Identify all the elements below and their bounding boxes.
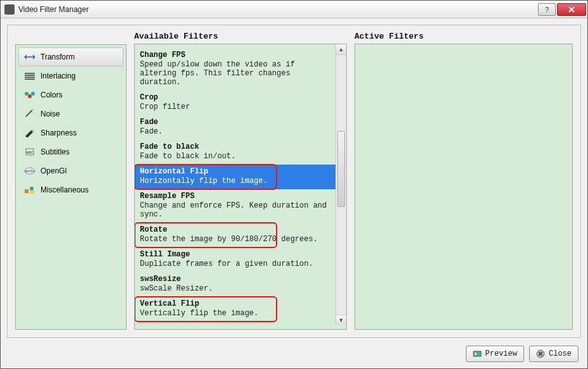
preview-label: Preview bbox=[485, 349, 517, 358]
categories-list: TransformInterlacingColorsNoiseSharpness… bbox=[16, 45, 126, 202]
available-panel: Change FPSSpeed up/slow down the video a… bbox=[134, 44, 347, 330]
titlebar: Video Filter Manager ? bbox=[1, 1, 587, 18]
wand-icon bbox=[24, 109, 35, 119]
filter-item[interactable]: Resample FPSChange and enforce FPS. Keep… bbox=[135, 189, 335, 223]
arrows-h-icon bbox=[24, 52, 35, 62]
pen-icon bbox=[24, 128, 35, 138]
sidebar-item-label: Transform bbox=[41, 53, 75, 61]
filter-item[interactable]: Horizontal FlipHorizontally flip the ima… bbox=[135, 165, 335, 189]
active-header: Active Filters bbox=[354, 32, 573, 41]
filter-name: Rotate bbox=[140, 225, 330, 234]
palette-icon bbox=[24, 90, 35, 100]
sidebar-item-subtitles[interactable]: ABCSubtitles bbox=[18, 142, 123, 161]
filter-name: Vertical Flip bbox=[140, 299, 330, 308]
filter-name: Change FPS bbox=[140, 51, 330, 59]
filter-name: Resample FPS bbox=[140, 192, 330, 201]
svg-point-2 bbox=[31, 92, 35, 96]
close-button[interactable]: Close bbox=[529, 346, 579, 362]
filter-desc: Vertically flip the image. bbox=[140, 309, 330, 318]
available-wrap: Change FPSSpeed up/slow down the video a… bbox=[135, 44, 346, 325]
filter-item[interactable]: swsResizeswScale Resizer. bbox=[135, 272, 335, 297]
main-frame: TransformInterlacingColorsNoiseSharpness… bbox=[7, 25, 581, 338]
filter-desc: Change and enforce FPS. Keep duration an… bbox=[140, 201, 330, 219]
shapes-icon bbox=[24, 185, 35, 195]
available-filter-list[interactable]: Change FPSSpeed up/slow down the video a… bbox=[135, 44, 335, 325]
available-column: Available Filters Change FPSSpeed up/slo… bbox=[134, 32, 347, 330]
filter-item[interactable]: Still ImageDuplicate frames for a given … bbox=[135, 247, 335, 272]
filter-item[interactable]: Fade to blackFade to black in/out. bbox=[135, 140, 335, 165]
sidebar-item-label: Subtitles bbox=[41, 147, 70, 156]
filter-item[interactable]: Vertical FlipVertically flip the image. bbox=[135, 297, 335, 322]
scroll-down-button[interactable]: ▼ bbox=[336, 315, 346, 325]
sidebar-item-colors[interactable]: Colors bbox=[18, 85, 123, 104]
scroll-track[interactable] bbox=[336, 55, 346, 315]
sidebar-item-label: Colors bbox=[41, 91, 63, 99]
preview-icon bbox=[473, 349, 482, 358]
filter-name: Fade bbox=[140, 118, 330, 127]
svg-point-1 bbox=[28, 94, 32, 98]
filter-desc: Fade. bbox=[140, 127, 330, 136]
sidebar-item-label: Sharpness bbox=[41, 128, 77, 137]
filter-item[interactable]: CropCrop filter bbox=[135, 91, 335, 115]
available-header: Available Filters bbox=[134, 32, 347, 41]
sidebar-item-label: OpenGl bbox=[41, 166, 66, 175]
categories-column: TransformInterlacingColorsNoiseSharpness… bbox=[15, 44, 127, 330]
active-column: Active Filters bbox=[354, 32, 573, 330]
sidebar-item-miscellaneous[interactable]: Miscellaneous bbox=[18, 180, 123, 199]
window-title: Video Filter Manager bbox=[18, 5, 537, 14]
categories-panel: TransformInterlacingColorsNoiseSharpness… bbox=[15, 44, 127, 330]
sidebar-item-sharpness[interactable]: Sharpness bbox=[18, 123, 123, 142]
filter-desc: Rotate the image by 90/180/270 degrees. bbox=[140, 235, 330, 244]
sidebar-item-label: Interlacing bbox=[41, 72, 75, 80]
svg-rect-9 bbox=[25, 189, 28, 193]
abc-box-icon: ABC bbox=[24, 147, 35, 157]
app-icon bbox=[4, 4, 15, 15]
filter-item[interactable]: RotateRotate the image by 90/180/270 deg… bbox=[135, 223, 335, 247]
svg-point-10 bbox=[30, 187, 34, 191]
scroll-up-button[interactable]: ▲ bbox=[336, 44, 346, 55]
window-root: Video Filter Manager ? TransformInterlac… bbox=[0, 0, 588, 369]
help-button[interactable]: ? bbox=[538, 3, 556, 16]
filter-item[interactable]: Change FPSSpeed up/slow down the video a… bbox=[135, 48, 335, 91]
sidebar-item-interlacing[interactable]: Interlacing bbox=[18, 66, 123, 85]
svg-rect-13 bbox=[475, 353, 477, 355]
button-row: Preview Close bbox=[1, 342, 587, 368]
filter-name: Crop bbox=[140, 93, 330, 102]
sidebar-item-opengl[interactable]: penGLOpenGl bbox=[18, 161, 123, 180]
filter-desc: Horizontally flip the image. bbox=[140, 177, 330, 185]
preview-button[interactable]: Preview bbox=[466, 346, 524, 362]
close-window-button[interactable] bbox=[557, 3, 586, 16]
filter-name: Horizontal Flip bbox=[140, 167, 330, 176]
scrollbar[interactable]: ▲ ▼ bbox=[335, 44, 346, 325]
filter-item[interactable]: FadeFade. bbox=[135, 115, 335, 140]
filter-desc: Crop filter bbox=[140, 103, 330, 111]
close-label: Close bbox=[549, 349, 572, 358]
gl-badge-icon: penGL bbox=[24, 166, 35, 176]
content-area: TransformInterlacingColorsNoiseSharpness… bbox=[1, 18, 587, 368]
sidebar-item-label: Miscellaneous bbox=[41, 185, 89, 194]
active-panel[interactable] bbox=[354, 44, 573, 330]
sidebar-item-noise[interactable]: Noise bbox=[18, 104, 123, 123]
sidebar-item-transform[interactable]: Transform bbox=[18, 47, 123, 66]
columns: TransformInterlacingColorsNoiseSharpness… bbox=[15, 32, 573, 330]
svg-text:penGL: penGL bbox=[25, 169, 34, 173]
filter-name: swsResize bbox=[140, 275, 330, 284]
svg-rect-11 bbox=[30, 191, 34, 194]
svg-rect-12 bbox=[473, 351, 481, 356]
svg-text:ABC: ABC bbox=[26, 151, 34, 154]
filter-name: Fade to black bbox=[140, 142, 330, 151]
filter-name: Still Image bbox=[140, 250, 330, 259]
sidebar-item-label: Noise bbox=[41, 109, 60, 118]
lines-icon bbox=[24, 71, 35, 81]
close-icon bbox=[568, 6, 575, 13]
close-dialog-icon bbox=[536, 349, 545, 358]
filter-desc: Duplicate frames for a given duration. bbox=[140, 260, 330, 268]
svg-point-4 bbox=[33, 112, 34, 113]
scroll-thumb[interactable] bbox=[337, 131, 345, 207]
filter-desc: Speed up/slow down the video as if alter… bbox=[140, 60, 330, 87]
filter-desc: Fade to black in/out. bbox=[140, 152, 330, 161]
filter-desc: swScale Resizer. bbox=[140, 284, 330, 293]
svg-point-0 bbox=[25, 92, 28, 96]
